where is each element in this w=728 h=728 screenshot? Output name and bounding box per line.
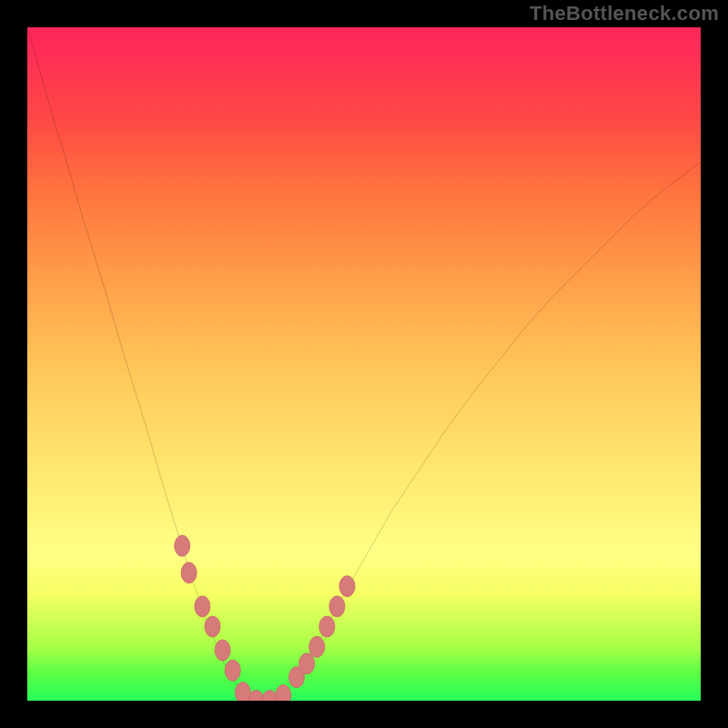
curve-marker xyxy=(309,636,325,657)
marker-layer xyxy=(27,27,701,701)
curve-marker xyxy=(175,535,190,556)
bottleneck-curve-path xyxy=(27,27,701,701)
curve-marker xyxy=(299,653,315,674)
curve-marker xyxy=(195,596,210,617)
curve-layer xyxy=(27,27,701,701)
curve-marker xyxy=(205,616,220,637)
curve-marker xyxy=(262,691,278,701)
curve-marker xyxy=(248,691,264,701)
curve-marker xyxy=(181,562,197,583)
plot-area xyxy=(27,27,701,701)
attribution-label: TheBottleneck.com xyxy=(530,2,719,25)
curve-marker xyxy=(235,682,250,701)
chart-frame: TheBottleneck.com xyxy=(0,0,728,728)
curve-marker xyxy=(329,596,345,617)
curve-marker xyxy=(225,660,240,681)
curve-marker xyxy=(339,576,355,597)
curve-marker xyxy=(276,685,291,701)
curve-marker xyxy=(319,616,335,637)
curve-marker xyxy=(288,667,304,688)
curve-marker xyxy=(215,640,230,661)
